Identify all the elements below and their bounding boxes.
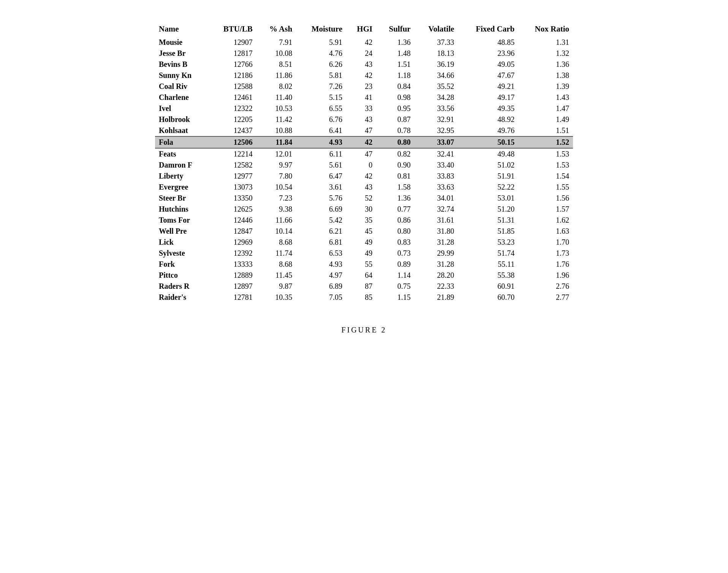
table-cell: 48.85	[458, 37, 518, 48]
table-cell: 6.69	[296, 204, 346, 215]
table-cell: 49.76	[458, 125, 518, 136]
table-cell: 12781	[209, 292, 256, 303]
table-row: Well Pre1284710.146.21450.8031.8051.851.…	[155, 226, 573, 237]
table-cell: 6.26	[296, 59, 346, 70]
table-cell: 6.11	[296, 148, 346, 160]
table-cell: 32.95	[415, 125, 458, 136]
table-cell: 1.53	[518, 148, 573, 160]
table-cell: 31.80	[415, 226, 458, 237]
table-cell: 51.20	[458, 204, 518, 215]
table-cell: 4.97	[296, 270, 346, 281]
table-cell: 53.23	[458, 237, 518, 248]
table-cell: 12461	[209, 92, 256, 103]
table-cell: 33	[346, 103, 376, 114]
table-cell: 37.33	[415, 37, 458, 48]
table-cell: 23	[346, 81, 376, 92]
table-cell: 9.38	[256, 204, 296, 215]
table-cell: 33.83	[415, 171, 458, 182]
table-cell: 85	[346, 292, 376, 303]
table-cell: 49	[346, 237, 376, 248]
table-row: Lick129698.686.81490.8331.2853.231.70	[155, 237, 573, 248]
table-cell: 43	[346, 182, 376, 193]
table-row: Mousie129077.915.91421.3637.3348.851.31	[155, 37, 573, 48]
col-header-ash: % Ash	[256, 23, 296, 37]
table-cell: 32.41	[415, 148, 458, 160]
table-row: Fork133338.684.93550.8931.2855.111.76	[155, 259, 573, 270]
table-cell: 33.56	[415, 103, 458, 114]
table-cell: 51.31	[458, 215, 518, 226]
table-cell: 2.76	[518, 281, 573, 292]
table-cell: 49.05	[458, 59, 518, 70]
table-cell: 12205	[209, 114, 256, 125]
col-header-volatile: Volatile	[415, 23, 458, 37]
table-cell: 55	[346, 259, 376, 270]
table-cell: 49	[346, 248, 376, 259]
table-cell: 12817	[209, 48, 256, 59]
table-cell: 10.54	[256, 182, 296, 193]
table-cell: Holbrook	[155, 114, 209, 125]
table-cell: 49.17	[458, 92, 518, 103]
table-cell: 9.87	[256, 281, 296, 292]
table-cell: 1.53	[518, 160, 573, 171]
table-cell: 10.35	[256, 292, 296, 303]
table-cell: 1.76	[518, 259, 573, 270]
table-cell: 35.52	[415, 81, 458, 92]
table-row: Bevins B127668.516.26431.5136.1949.051.3…	[155, 59, 573, 70]
table-cell: Raders R	[155, 281, 209, 292]
table-cell: 6.81	[296, 237, 346, 248]
table-cell: 1.36	[518, 59, 573, 70]
col-header-btu: BTU/LB	[209, 23, 256, 37]
table-cell: Charlene	[155, 92, 209, 103]
table-cell: 5.61	[296, 160, 346, 171]
table-cell: 50.15	[458, 136, 518, 148]
table-cell: 7.91	[256, 37, 296, 48]
table-cell: 32.74	[415, 204, 458, 215]
col-header-nox: Nox Ratio	[518, 23, 573, 37]
table-cell: 10.88	[256, 125, 296, 136]
table-cell: Fork	[155, 259, 209, 270]
table-cell: 12977	[209, 171, 256, 182]
table-cell: 21.89	[415, 292, 458, 303]
table-cell: 1.54	[518, 171, 573, 182]
table-cell: 34.01	[415, 193, 458, 204]
table-cell: 6.89	[296, 281, 346, 292]
table-cell: 87	[346, 281, 376, 292]
table-cell: 51.02	[458, 160, 518, 171]
figure-caption: FIGURE 2	[341, 326, 386, 334]
table-cell: 5.81	[296, 70, 346, 81]
table-cell: 12582	[209, 160, 256, 171]
table-cell: 12766	[209, 59, 256, 70]
table-cell: 4.76	[296, 48, 346, 59]
table-cell: Ivel	[155, 103, 209, 114]
table-cell: Fola	[155, 136, 209, 148]
table-cell: 12322	[209, 103, 256, 114]
table-cell: 1.51	[376, 59, 414, 70]
table-cell: 55.38	[458, 270, 518, 281]
table-cell: Coal Riv	[155, 81, 209, 92]
table-cell: 0.78	[376, 125, 414, 136]
table-row: Feats1221412.016.11470.8232.4149.481.53	[155, 148, 573, 160]
table-cell: 1.31	[518, 37, 573, 48]
table-cell: 12625	[209, 204, 256, 215]
table-cell: 1.62	[518, 215, 573, 226]
table-cell: 0.86	[376, 215, 414, 226]
table-cell: 12889	[209, 270, 256, 281]
table-cell: 0.95	[376, 103, 414, 114]
table-cell: 1.39	[518, 81, 573, 92]
table-cell: 43	[346, 59, 376, 70]
table-cell: 9.97	[256, 160, 296, 171]
table-cell: 5.15	[296, 92, 346, 103]
table-row: Liberty129777.806.47420.8133.8351.911.54	[155, 171, 573, 182]
table-row: Holbrook1220511.426.76430.8732.9148.921.…	[155, 114, 573, 125]
table-cell: 47.67	[458, 70, 518, 81]
table-cell: 1.57	[518, 204, 573, 215]
table-cell: 12897	[209, 281, 256, 292]
table-cell: 33.07	[415, 136, 458, 148]
table-row: Damron F125829.975.6100.9033.4051.021.53	[155, 160, 573, 171]
table-cell: 42	[346, 136, 376, 148]
table-cell: 11.84	[256, 136, 296, 148]
table-cell: Damron F	[155, 160, 209, 171]
table-cell: 1.48	[376, 48, 414, 59]
table-cell: 1.14	[376, 270, 414, 281]
table-cell: 29.99	[415, 248, 458, 259]
